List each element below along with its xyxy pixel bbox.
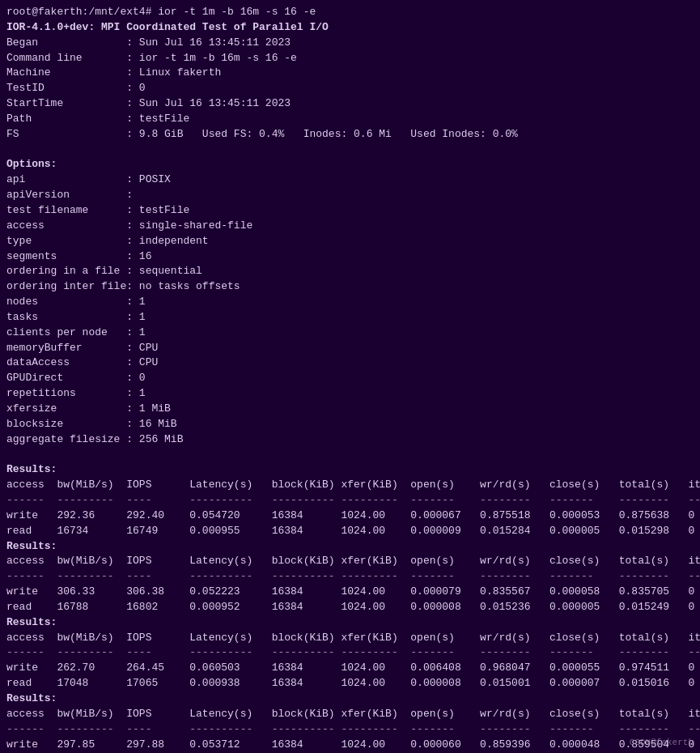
- option-line: xfersize : 1 MiB: [6, 402, 694, 417]
- col-headers-2: access bw(MiB/s) IOPS Latency(s) block(K…: [6, 631, 694, 646]
- separator-1: ------ --------- ---- ---------- -------…: [6, 569, 694, 585]
- option-line: blocksize : 16 MiB: [6, 417, 694, 432]
- option-line: memoryBuffer : CPU: [6, 341, 694, 356]
- field-line: Path : testFile: [6, 112, 694, 127]
- results-label-2: Results:: [6, 615, 694, 631]
- terminal-window: root@fakerth:/mnt/ext4# ior -t 1m -b 16m…: [6, 5, 694, 36]
- data-row-write-3: write 297.85 297.88 0.053712 16384 1024.…: [6, 738, 694, 753]
- field-line: TestID : 0: [6, 81, 694, 96]
- data-row-read-1: read 16788 16802 0.000952 16384 1024.00 …: [6, 600, 694, 615]
- data-row-write-0: write 292.36 292.40 0.054720 16384 1024.…: [6, 508, 694, 524]
- options-label: Options:: [6, 157, 694, 172]
- blank-line-2: [6, 447, 694, 462]
- watermark: CSDN@fakerth: [630, 737, 694, 750]
- col-headers-3: access bw(MiB/s) IOPS Latency(s) block(K…: [6, 707, 694, 722]
- field-line: Machine : Linux fakerth: [6, 66, 694, 81]
- prompt-line: root@fakerth:/mnt/ext4# ior -t 1m -b 16m…: [6, 5, 694, 20]
- option-line: ordering in a file : sequential: [6, 264, 694, 279]
- option-line: repetitions : 1: [6, 386, 694, 402]
- separator-0: ------ --------- ---- ---------- -------…: [6, 493, 694, 508]
- data-row-write-2: write 262.70 264.45 0.060503 16384 1024.…: [6, 661, 694, 676]
- option-line: aggregate filesize : 256 MiB: [6, 432, 694, 448]
- blank-line-1: [6, 143, 694, 158]
- results-label-1: Results:: [6, 539, 694, 555]
- fields-section: Began : Sun Jul 16 13:45:11 2023Command …: [6, 36, 694, 143]
- option-line: api : POSIX: [6, 172, 694, 188]
- options-section: Options:api : POSIXapiVersion : test fil…: [6, 157, 694, 447]
- option-line: test filename : testFile: [6, 203, 694, 219]
- option-line: type : independent: [6, 234, 694, 249]
- col-headers-0: access bw(MiB/s) IOPS Latency(s) block(K…: [6, 478, 694, 493]
- option-line: dataAccess : CPU: [6, 355, 694, 371]
- option-line: nodes : 1: [6, 295, 694, 310]
- col-headers-1: access bw(MiB/s) IOPS Latency(s) block(K…: [6, 554, 694, 569]
- results-section: Results:access bw(MiB/s) IOPS Latency(s)…: [6, 462, 694, 753]
- separator-3: ------ --------- ---- ---------- -------…: [6, 722, 694, 738]
- data-row-write-1: write 306.33 306.38 0.052223 16384 1024.…: [6, 585, 694, 600]
- results-label-3: Results:: [6, 691, 694, 707]
- field-line: FS : 9.8 GiB Used FS: 0.4% Inodes: 0.6 M…: [6, 127, 694, 143]
- field-line: StartTime : Sun Jul 16 13:45:11 2023: [6, 96, 694, 112]
- option-line: apiVersion :: [6, 188, 694, 203]
- data-row-read-2: read 17048 17065 0.000938 16384 1024.00 …: [6, 676, 694, 691]
- data-row-read-0: read 16734 16749 0.000955 16384 1024.00 …: [6, 524, 694, 539]
- separator-2: ------ --------- ---- ---------- -------…: [6, 645, 694, 661]
- option-line: segments : 16: [6, 249, 694, 265]
- option-line: ordering inter file: no tasks offsets: [6, 279, 694, 295]
- option-line: access : single-shared-file: [6, 219, 694, 234]
- results-label-0: Results:: [6, 462, 694, 478]
- field-line: Began : Sun Jul 16 13:45:11 2023: [6, 36, 694, 51]
- option-line: clients per node : 1: [6, 325, 694, 341]
- option-line: tasks : 1: [6, 310, 694, 325]
- option-line: GPUDirect : 0: [6, 371, 694, 386]
- field-line: Command line : ior -t 1m -b 16m -s 16 -e: [6, 51, 694, 66]
- title-line: IOR-4.1.0+dev: MPI Coordinated Test of P…: [6, 20, 694, 36]
